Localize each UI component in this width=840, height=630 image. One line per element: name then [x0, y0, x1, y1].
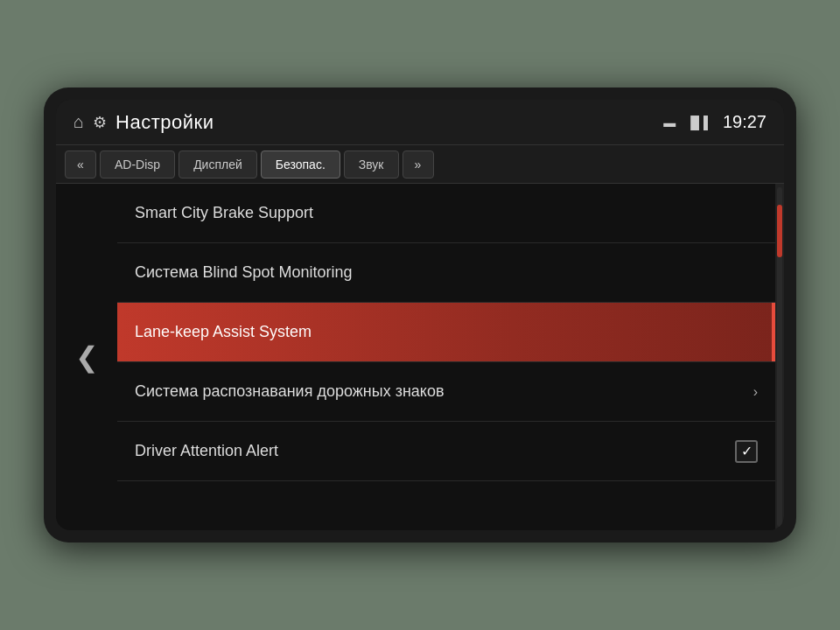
header-bar: ⌂ ⚙ Настройки ▬ ▐▌▌ 19:27: [56, 100, 784, 145]
menu-item-blind-spot-label: Система Blind Spot Monitoring: [135, 263, 353, 282]
scrollbar-track: [777, 187, 782, 527]
menu-item-driver-attention[interactable]: Driver Attention Alert: [117, 422, 775, 481]
tab-next-button[interactable]: »: [402, 150, 434, 178]
display-frame: ⌂ ⚙ Настройки ▬ ▐▌▌ 19:27 « AD-Disp Дисп…: [44, 88, 796, 542]
header-left: ⌂ ⚙ Настройки: [74, 111, 663, 134]
tab-prev-icon: «: [77, 158, 84, 172]
tab-next-icon: »: [415, 158, 422, 172]
back-arrow[interactable]: ❮: [75, 340, 99, 374]
main-content: ❮ Smart City Brake Support Система Blind…: [56, 184, 784, 530]
screen: ⌂ ⚙ Настройки ▬ ▐▌▌ 19:27 « AD-Disp Дисп…: [56, 100, 784, 530]
driver-attention-checkbox[interactable]: [735, 440, 758, 463]
tab-sound-label: Звук: [359, 158, 384, 172]
clock: 19:27: [723, 112, 766, 132]
tab-display[interactable]: Дисплей: [178, 150, 257, 178]
tab-ad-disp[interactable]: AD-Disp: [100, 150, 175, 178]
tab-safety[interactable]: Безопас.: [261, 150, 340, 178]
home-icon[interactable]: ⌂: [74, 112, 84, 132]
tab-ad-disp-label: AD-Disp: [115, 158, 160, 172]
menu-item-blind-spot[interactable]: Система Blind Spot Monitoring: [117, 243, 775, 303]
menu-item-lane-keep[interactable]: Lane-keep Assist System: [117, 303, 775, 362]
menu-item-driver-attention-label: Driver Attention Alert: [135, 442, 278, 460]
battery-icon: ▬: [663, 116, 676, 130]
menu-item-road-sign-arrow: ›: [753, 384, 758, 400]
left-nav: ❮: [56, 184, 117, 530]
tab-display-label: Дисплей: [193, 158, 242, 172]
tab-prev-button[interactable]: «: [65, 150, 96, 178]
signal-icon: ▐▌▌: [686, 116, 712, 130]
tab-sound[interactable]: Звук: [344, 150, 399, 178]
page-title: Настройки: [116, 111, 214, 134]
menu-item-smart-city-brake[interactable]: Smart City Brake Support: [117, 184, 775, 243]
menu-item-lane-keep-label: Lane-keep Assist System: [135, 323, 312, 341]
menu-item-smart-city-brake-label: Smart City Brake Support: [135, 204, 313, 222]
tab-bar: « AD-Disp Дисплей Безопас. Звук »: [56, 145, 784, 184]
header-right: ▬ ▐▌▌ 19:27: [663, 112, 766, 132]
gear-icon: ⚙: [93, 113, 107, 132]
tab-safety-label: Безопас.: [276, 158, 326, 172]
scrollbar[interactable]: [775, 184, 784, 530]
scrollbar-thumb: [777, 205, 782, 257]
menu-list: Smart City Brake Support Система Blind S…: [117, 184, 775, 530]
menu-item-road-sign[interactable]: Система распознавания дорожных знаков ›: [117, 362, 775, 422]
menu-item-road-sign-label: Система распознавания дорожных знаков: [135, 382, 444, 401]
